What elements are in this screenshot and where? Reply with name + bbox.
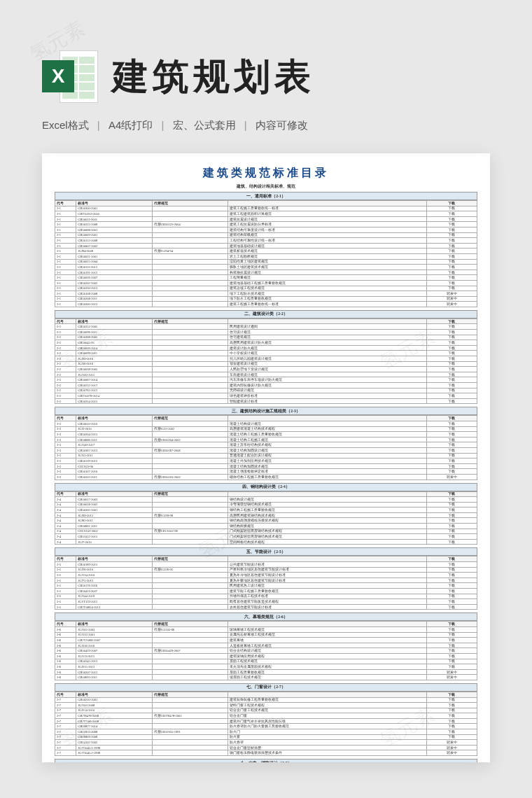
table-cell: 冷弯薄壁型钢结构技术规范 (228, 502, 426, 507)
table-cell: 代替GB50223-2004 (152, 222, 228, 227)
table-cell: GB50038-2005 (76, 367, 153, 372)
table-cell: GB16809-2008 (76, 734, 153, 740)
meta-print: A4纸打印 (108, 119, 153, 131)
table-row: 2-1GB50011-2001建筑抗震设计规范下载 (55, 216, 477, 222)
table-cell (152, 324, 228, 330)
table-row: 2-5JGJ75-2012夏热冬暖地区居住建筑节能设计标准下载 (55, 578, 477, 583)
table-row: 2-7GB/T8478-2008代替GB/T8478-2003铝合金门窗下载 (55, 713, 477, 719)
section: 六、幕墙类规范（2-6）代号标准号代替规范下载2-6JGJ102-2003代替J… (55, 612, 477, 680)
table-cell (152, 432, 228, 438)
table-cell: 建筑地基基础工程施工质量验收规范 (228, 280, 426, 286)
table-cell: 2-2 (55, 388, 76, 393)
table-cell: 下载 (426, 280, 477, 286)
table-cell: 托儿所幼儿园建筑设计规范 (228, 356, 426, 362)
table-row: 2-1GB50007-2002建筑地基基础设计规范下载 (55, 243, 477, 248)
table-cell (152, 659, 228, 664)
meta-row: Excel格式 | A4纸打印 | 宏、公式套用 | 内容可修改 (0, 119, 532, 153)
table-cell: 岩土工程勘察规范 (228, 253, 426, 259)
table-cell (152, 361, 228, 367)
table-row: 2-1GB50191-2012构筑物抗震设计规范下载 (55, 270, 477, 275)
table-cell: 代替GB50203-2002 (152, 474, 228, 479)
section-header: 二、建筑设计类（2-2） (55, 310, 477, 318)
table-cell: 构筑物抗震设计规范 (228, 270, 426, 275)
table-cell: 门式刚架轻型房屋钢结构技术规范 (228, 534, 426, 540)
table-cell: 下载 (426, 432, 477, 438)
table-cell: 坡屋面工程技术规范 (228, 675, 426, 680)
table-header-row: 代号标准号代替规范下载 (55, 201, 477, 206)
table-cell: 下载 (426, 426, 477, 432)
table-cell: 下载 (426, 518, 477, 524)
table-cell: JG/T3045.1-1998 (76, 745, 153, 750)
table-row: 2-5JGJ144-2019外墙外保温工程技术标准下载 (55, 594, 477, 599)
table-cell: 民用建筑热工设计规范 (228, 583, 426, 589)
column-header (228, 692, 426, 697)
table-cell (152, 227, 228, 232)
table-cell: 下载 (426, 238, 477, 244)
table-cell: 代替GB50429-2007 (152, 648, 228, 654)
table-cell: 钢结构焊接规范 (228, 524, 426, 529)
table-cell (152, 259, 228, 265)
table-header-row: 代号标准号代替规范下载 (55, 318, 477, 324)
table-row: 2-2GB50038-2005人民防空地下室设计规范下载 (55, 367, 477, 372)
table-cell: 2-1 (55, 253, 76, 259)
section-header: 八、水电、消防设计（2-8） (55, 759, 477, 762)
table-cell: 下载 (426, 421, 477, 426)
column-header: 标准号 (76, 491, 153, 497)
table-cell: JGJ144-2019 (76, 594, 153, 599)
table-cell: 建筑装饰装修工程质量验收规范 (228, 697, 426, 703)
table-row: 2-7GB14102-2005防火卷帘转发中 (55, 740, 477, 746)
table-cell: 下载 (426, 398, 477, 404)
table-cell: GB50026-2007 (76, 275, 153, 281)
table-cell (152, 502, 228, 507)
table-cell (152, 507, 228, 513)
table-cell: 代替GB50204-2002 (152, 437, 228, 442)
table-cell: 2-1 (55, 270, 76, 275)
column-header: 代替规范 (152, 491, 228, 497)
column-header: 代替规范 (152, 622, 228, 627)
table-cell: 下载 (426, 724, 477, 729)
table-cell: JGJ134-2010 (76, 573, 153, 578)
table-cell: 湿陷性黄土地区建筑规范 (228, 259, 426, 265)
table-cell: 2-6 (55, 638, 76, 643)
table-row: 2-1GB50108-2008地下工程防水技术规范转发中 (55, 291, 477, 297)
table-cell: GB50068-2001 (76, 227, 153, 232)
table-cell: 下载 (426, 594, 477, 599)
table-cell: 代替JGJ94-94 (152, 248, 228, 254)
table-cell: 转发中 (426, 740, 477, 746)
table-cell: 转发中 (426, 302, 477, 307)
column-header (228, 318, 426, 324)
table-cell: GB50429-2007 (76, 648, 153, 654)
table-cell: 膨胀土地区建筑技术规范 (228, 265, 426, 270)
column-header: 下载 (426, 318, 477, 324)
table-cell (152, 539, 228, 545)
table-cell: 建筑抗震设计规范 (228, 216, 426, 222)
table-cell: GB50011-2001 (76, 216, 153, 222)
table-row: 2-2GB50368-2005住宅建筑规范下载 (55, 335, 477, 340)
table-cell: 2-3 (55, 453, 76, 458)
table-cell: GB50314-2015 (76, 398, 153, 404)
table-cell: 防火卷帘 (228, 740, 426, 746)
table-cell (152, 270, 228, 275)
table-cell (152, 340, 228, 346)
table-row: 2-1GB50068-2001建筑结构可靠度设计统一标准下载 (55, 227, 477, 232)
table-cell: 2-2 (55, 377, 76, 383)
table-cell: 下载 (426, 643, 477, 648)
meta-macro: 宏、公式套用 (173, 119, 236, 131)
column-header (228, 201, 426, 206)
table-cell: 2-1 (55, 248, 76, 254)
table-cell: 下载 (426, 361, 477, 367)
table-cell: 下载 (426, 604, 477, 610)
column-header: 标准号 (76, 416, 153, 421)
table-cell: 高层建筑混凝土结构技术规程 (228, 426, 426, 432)
table-cell: 住宅建筑规范 (228, 335, 426, 340)
table-cell: 2-2 (55, 356, 76, 362)
table-cell: 2-2 (55, 367, 76, 372)
table-cell: 2-6 (55, 632, 76, 638)
table-cell (152, 463, 228, 469)
table-row: 2-2JGJ100-2015车库建筑设计规范下载 (55, 372, 477, 377)
table-cell: 下载 (426, 383, 477, 388)
table-cell: JGJ39-2016 (76, 356, 153, 362)
table-cell (152, 398, 228, 404)
table-row: 2-6JGJ102-2003代替JGJ102-96玻璃幕墙工程技术规范下载 (55, 626, 477, 632)
table-cell: 铝合金结构设计规范 (228, 648, 426, 654)
